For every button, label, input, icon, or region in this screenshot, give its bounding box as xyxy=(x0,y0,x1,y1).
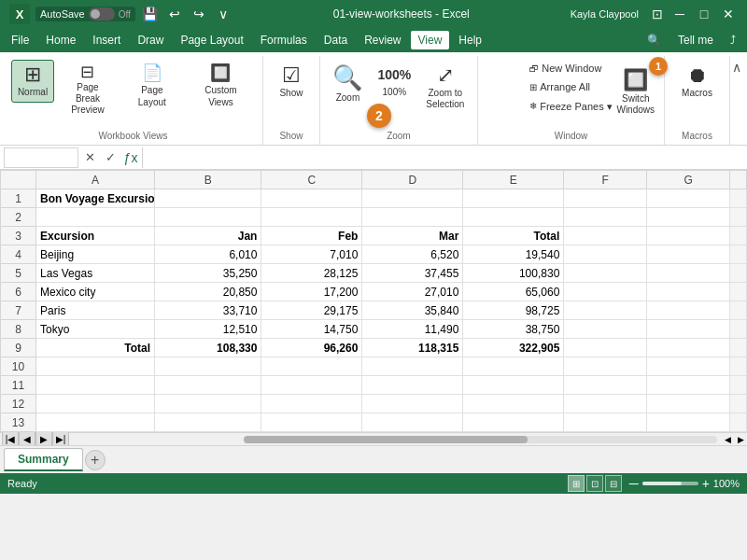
row-header-3[interactable]: 3 xyxy=(1,227,36,245)
cell[interactable] xyxy=(155,413,261,432)
cell[interactable] xyxy=(647,357,730,376)
cell[interactable] xyxy=(564,208,647,227)
menu-file[interactable]: File xyxy=(4,31,36,49)
cell[interactable]: 37,455 xyxy=(362,264,463,283)
menu-data[interactable]: Data xyxy=(317,31,355,49)
menu-help[interactable]: Help xyxy=(451,31,489,49)
cell[interactable] xyxy=(261,395,362,413)
cell[interactable] xyxy=(647,227,730,245)
cell[interactable] xyxy=(647,395,730,413)
cell[interactable] xyxy=(564,264,647,283)
row-header-1[interactable]: 1 xyxy=(1,189,36,208)
cell[interactable]: 322,905 xyxy=(463,339,564,357)
row-header-2[interactable]: 2 xyxy=(1,208,36,227)
cell[interactable]: 20,850 xyxy=(155,283,261,301)
tab-nav-prev[interactable]: ◀ xyxy=(19,431,35,446)
cell[interactable] xyxy=(564,320,647,339)
row-header-11[interactable]: 11 xyxy=(1,376,36,395)
cell[interactable] xyxy=(564,227,647,245)
cell[interactable] xyxy=(261,208,362,227)
custom-views-button[interactable]: 🔲 Custom Views xyxy=(187,60,255,111)
zoom-to-selection-button[interactable]: ⤢ Zoom toSelection xyxy=(420,60,470,114)
new-window-button[interactable]: 🗗 New Window xyxy=(526,60,605,77)
cell[interactable]: 100,830 xyxy=(463,264,564,283)
switch-windows-button[interactable]: 🔲 SwitchWindows 1 xyxy=(611,64,660,119)
cell[interactable] xyxy=(36,376,155,395)
cell[interactable]: Mexico city xyxy=(36,283,155,301)
formula-cancel-icon[interactable]: ✕ xyxy=(80,148,99,167)
cell[interactable]: Tokyo xyxy=(36,320,155,339)
cell[interactable] xyxy=(564,357,647,376)
cell[interactable] xyxy=(261,189,362,208)
cell[interactable] xyxy=(362,413,463,432)
macros-button[interactable]: ⏺ Macros xyxy=(676,60,718,103)
col-header-D[interactable]: D xyxy=(362,171,463,189)
arrange-all-button[interactable]: ⊞ Arrange All xyxy=(526,78,594,95)
zoom-plus-btn[interactable]: + xyxy=(702,476,710,491)
cell[interactable] xyxy=(463,413,564,432)
col-header-B[interactable]: B xyxy=(155,171,261,189)
cell[interactable] xyxy=(463,395,564,413)
cell[interactable] xyxy=(564,245,647,264)
cell[interactable] xyxy=(155,376,261,395)
formula-accept-icon[interactable]: ✓ xyxy=(101,148,120,167)
cell[interactable] xyxy=(564,376,647,395)
menu-insert[interactable]: Insert xyxy=(85,31,128,49)
save-icon[interactable]: 💾 xyxy=(141,5,160,23)
page-layout-status-btn[interactable]: ⊡ xyxy=(586,475,603,492)
zoom-slider[interactable] xyxy=(642,482,698,485)
cell[interactable]: Mar xyxy=(362,227,463,245)
cell[interactable]: 19,540 xyxy=(463,245,564,264)
menu-tell-me[interactable]: Tell me xyxy=(670,31,721,49)
cell[interactable] xyxy=(362,208,463,227)
normal-view-status-btn[interactable]: ⊞ xyxy=(568,475,585,492)
zoom-minus-btn[interactable]: ─ xyxy=(629,476,639,491)
cell[interactable] xyxy=(647,320,730,339)
ribbon-display-icon[interactable]: ⊡ xyxy=(650,7,665,21)
cell[interactable]: 6,010 xyxy=(155,245,261,264)
col-header-G[interactable]: G xyxy=(647,171,730,189)
more-commands-icon[interactable]: ∨ xyxy=(214,5,233,23)
row-header-10[interactable]: 10 xyxy=(1,357,36,376)
normal-view-button[interactable]: ⊞ Normal xyxy=(11,60,54,103)
cell[interactable] xyxy=(362,376,463,395)
cell[interactable] xyxy=(564,395,647,413)
cell[interactable] xyxy=(647,189,730,208)
tab-nav-next[interactable]: ▶ xyxy=(35,431,52,446)
cell[interactable] xyxy=(647,208,730,227)
cell[interactable]: Total xyxy=(36,339,155,357)
cell[interactable] xyxy=(647,376,730,395)
menu-formulas[interactable]: Formulas xyxy=(253,31,315,49)
search-icon[interactable]: 🔍 xyxy=(640,31,669,49)
row-header-9[interactable]: 9 xyxy=(1,339,36,357)
tab-nav-last[interactable]: ▶| xyxy=(52,431,69,446)
cell[interactable] xyxy=(155,395,261,413)
scroll-right-btn[interactable]: ▶ xyxy=(734,435,747,444)
minimize-button[interactable]: ─ xyxy=(670,5,689,23)
cell[interactable] xyxy=(564,413,647,432)
cell[interactable]: 118,315 xyxy=(362,339,463,357)
cell[interactable] xyxy=(463,189,564,208)
cell[interactable] xyxy=(261,376,362,395)
cell[interactable] xyxy=(155,208,261,227)
cell[interactable] xyxy=(564,283,647,301)
cell[interactable] xyxy=(647,413,730,432)
zoom-100-button[interactable]: 100% 100% xyxy=(372,60,416,102)
col-header-E[interactable]: E xyxy=(463,171,564,189)
cell[interactable]: 28,125 xyxy=(261,264,362,283)
cell[interactable] xyxy=(463,376,564,395)
row-header-12[interactable]: 12 xyxy=(1,395,36,413)
cell[interactable] xyxy=(261,357,362,376)
cell[interactable]: Las Vegas xyxy=(36,264,155,283)
page-break-preview-button[interactable]: ⊟ Page BreakPreview xyxy=(58,60,118,119)
cell[interactable] xyxy=(36,357,155,376)
row-header-7[interactable]: 7 xyxy=(1,301,36,320)
cell[interactable] xyxy=(564,189,647,208)
share-icon[interactable]: ⤴ xyxy=(723,31,743,49)
cell[interactable]: 65,060 xyxy=(463,283,564,301)
cell[interactable]: 6,520 xyxy=(362,245,463,264)
cell[interactable]: 14,750 xyxy=(261,320,362,339)
cell[interactable] xyxy=(463,357,564,376)
row-header-13[interactable]: 13 xyxy=(1,413,36,432)
formula-insert-icon[interactable]: ƒx xyxy=(121,148,140,167)
